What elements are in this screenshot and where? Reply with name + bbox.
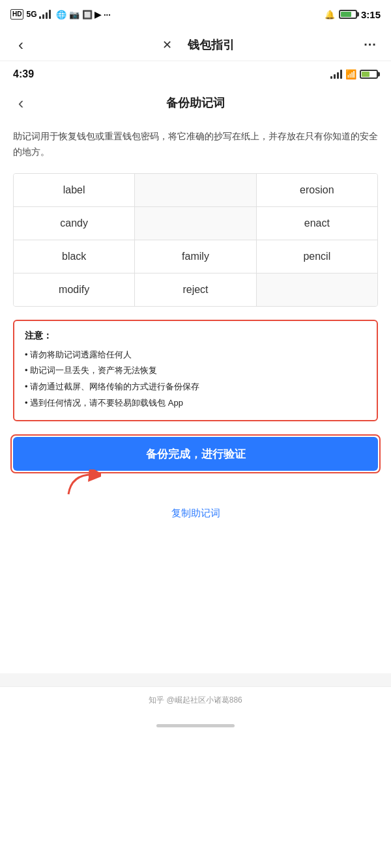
mnemonic-cell-2-3: enact	[257, 207, 377, 240]
inner-status-icons: 📶	[330, 69, 378, 79]
inner-content: 助记词用于恢复钱包或重置钱包密码，将它准确的抄写在纸上，并存放在只有你知道的安全…	[0, 119, 391, 535]
mnemonic-row-4: modify reject	[14, 273, 377, 306]
app-icons: 🌐 📷 🔲 ▶ ···	[56, 10, 110, 20]
signal-bars	[39, 10, 51, 19]
mnemonic-cell-3-1: black	[14, 240, 135, 273]
confirm-button-wrapper: 备份完成，进行验证	[13, 437, 378, 471]
inner-back-button[interactable]: ‹	[10, 92, 31, 113]
mnemonic-cell-2-1: candy	[14, 207, 135, 240]
inner-app: ‹ 备份助记词 助记词用于恢复钱包或重置钱包密码，将它准确的抄写在纸上，并存放在…	[0, 87, 391, 673]
mnemonic-row-3: black family pencil	[14, 240, 377, 273]
bell-icon: 🔔	[325, 10, 335, 20]
mnemonic-cell-1-1: label	[14, 174, 135, 206]
copy-link-button[interactable]: 复制助记词	[13, 502, 378, 525]
hd-badge: HD	[10, 9, 23, 20]
outer-bottom-bar	[0, 714, 391, 737]
description-text: 助记词用于恢复钱包或重置钱包密码，将它准确的抄写在纸上，并存放在只有你知道的安全…	[13, 129, 378, 160]
arrow-svg	[65, 469, 101, 497]
outer-more-button[interactable]: ···	[360, 35, 381, 55]
mnemonic-grid: label erosion candy enact	[13, 173, 378, 307]
outer-close-button[interactable]: ✕	[156, 35, 177, 55]
mnemonic-cell-2-2	[135, 207, 256, 240]
home-indicator	[156, 724, 235, 727]
arrow-indicator	[65, 469, 101, 499]
inner-nav-title: 备份助记词	[31, 95, 360, 111]
inner-nav: ‹ 备份助记词	[0, 87, 391, 119]
mnemonic-row-2: candy enact	[14, 207, 377, 240]
battery-icon	[339, 10, 357, 19]
mnemonic-cell-1-3: erosion	[257, 174, 377, 206]
btn-primary-wrapper: 备份完成，进行验证	[13, 437, 378, 471]
footer-bar: 知乎 @崛起社区小诸葛886	[0, 686, 391, 714]
outer-back-button[interactable]: ‹	[10, 35, 31, 55]
mnemonic-cell-3-2: family	[135, 240, 256, 273]
mnemonic-cell-3-3: pencil	[257, 240, 377, 273]
inner-status-bar: 4:39 📶	[0, 61, 391, 87]
outer-status-bar: HD 5G 🌐 📷 🔲 ▶ ··· 🔔 3:15	[0, 0, 391, 29]
phone-screen: 4:39 📶 ‹ 备份助记词 助记词用于恢复钱包或重置钱包密码，将它准确的抄写在…	[0, 61, 391, 714]
signal-text: 5G	[26, 10, 36, 19]
warning-item-3: • 请勿通过截屏、网络传输的方式进行备份保存	[25, 379, 366, 395]
confirm-button[interactable]: 备份完成，进行验证	[13, 437, 378, 471]
outer-status-right: 🔔 3:15	[325, 9, 381, 20]
outer-status-left: HD 5G 🌐 📷 🔲 ▶ ···	[10, 9, 111, 20]
warning-item-1: • 请勿将助记词透露给任何人	[25, 347, 366, 363]
mnemonic-row-1: label erosion	[14, 174, 377, 207]
inner-wifi-icon: 📶	[345, 69, 356, 79]
warning-item-2: • 助记词一旦丢失，资产将无法恢复	[25, 363, 366, 379]
inner-time: 4:39	[13, 68, 34, 80]
outer-nav-title: 钱包指引	[188, 37, 235, 53]
inner-battery-icon	[360, 70, 378, 79]
footer-text: 知乎 @崛起社区小诸葛886	[149, 695, 242, 705]
mnemonic-cell-4-1: modify	[14, 273, 135, 306]
inner-signal-bars	[330, 70, 342, 79]
warning-item-4: • 遇到任何情况，请不要轻易卸载钱包 App	[25, 395, 366, 412]
outer-nav: ‹ ✕ 钱包指引 ···	[0, 29, 391, 61]
warning-box: 注意： • 请勿将助记词透露给任何人 • 助记词一旦丢失，资产将无法恢复 • 请…	[13, 320, 378, 422]
mnemonic-cell-4-2: reject	[135, 273, 256, 306]
warning-title: 注意：	[25, 330, 366, 342]
mnemonic-cell-1-2	[135, 174, 256, 206]
mnemonic-cell-4-3	[257, 273, 377, 306]
outer-time: 3:15	[361, 9, 381, 20]
